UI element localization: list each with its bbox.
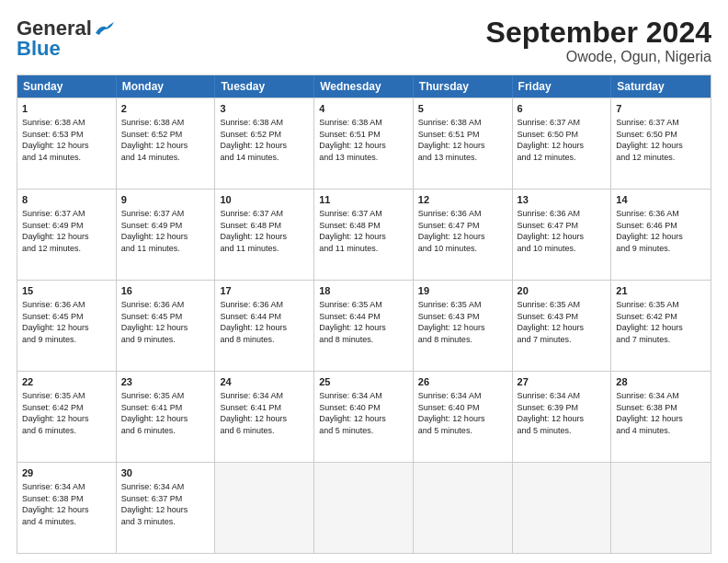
day-info: Sunrise: 6:35 AM Sunset: 6:41 PM Dayligh… xyxy=(121,390,210,436)
cal-cell-22: 22Sunrise: 6:35 AM Sunset: 6:42 PM Dayli… xyxy=(17,372,117,462)
empty-cell xyxy=(513,463,612,553)
calendar-week-4: 29Sunrise: 6:34 AM Sunset: 6:38 PM Dayli… xyxy=(17,462,711,553)
day-info: Sunrise: 6:34 AM Sunset: 6:38 PM Dayligh… xyxy=(22,481,111,527)
day-info: Sunrise: 6:37 AM Sunset: 6:48 PM Dayligh… xyxy=(220,208,309,254)
calendar-week-3: 22Sunrise: 6:35 AM Sunset: 6:42 PM Dayli… xyxy=(17,371,711,462)
day-info: Sunrise: 6:34 AM Sunset: 6:39 PM Dayligh… xyxy=(518,390,607,436)
day-number: 24 xyxy=(220,375,309,389)
cal-cell-14: 14Sunrise: 6:36 AM Sunset: 6:46 PM Dayli… xyxy=(611,190,711,280)
calendar-title: September 2024 xyxy=(486,17,711,49)
header-wednesday: Wednesday xyxy=(314,75,414,98)
day-number: 25 xyxy=(319,375,408,389)
day-number: 15 xyxy=(22,284,111,298)
cal-cell-27: 27Sunrise: 6:34 AM Sunset: 6:39 PM Dayli… xyxy=(513,372,612,462)
day-info: Sunrise: 6:36 AM Sunset: 6:45 PM Dayligh… xyxy=(121,299,210,345)
day-info: Sunrise: 6:37 AM Sunset: 6:48 PM Dayligh… xyxy=(319,208,408,254)
header-thursday: Thursday xyxy=(414,75,513,98)
day-info: Sunrise: 6:37 AM Sunset: 6:50 PM Dayligh… xyxy=(518,117,607,163)
day-number: 23 xyxy=(121,375,210,389)
header-sunday: Sunday xyxy=(17,75,117,98)
day-number: 29 xyxy=(22,466,111,480)
day-info: Sunrise: 6:37 AM Sunset: 6:50 PM Dayligh… xyxy=(616,117,706,163)
cal-cell-6: 6Sunrise: 6:37 AM Sunset: 6:50 PM Daylig… xyxy=(513,98,612,189)
cal-cell-17: 17Sunrise: 6:36 AM Sunset: 6:44 PM Dayli… xyxy=(215,281,314,371)
cal-cell-26: 26Sunrise: 6:34 AM Sunset: 6:40 PM Dayli… xyxy=(414,372,513,462)
cal-cell-12: 12Sunrise: 6:36 AM Sunset: 6:47 PM Dayli… xyxy=(414,190,513,280)
cal-cell-21: 21Sunrise: 6:35 AM Sunset: 6:42 PM Dayli… xyxy=(611,281,711,371)
calendar-week-0: 1Sunrise: 6:38 AM Sunset: 6:53 PM Daylig… xyxy=(17,98,711,189)
day-info: Sunrise: 6:35 AM Sunset: 6:42 PM Dayligh… xyxy=(616,299,706,345)
day-info: Sunrise: 6:38 AM Sunset: 6:52 PM Dayligh… xyxy=(121,117,210,163)
day-info: Sunrise: 6:38 AM Sunset: 6:53 PM Dayligh… xyxy=(22,117,111,163)
day-number: 16 xyxy=(121,284,210,298)
calendar-week-2: 15Sunrise: 6:36 AM Sunset: 6:45 PM Dayli… xyxy=(17,280,711,371)
day-info: Sunrise: 6:35 AM Sunset: 6:44 PM Dayligh… xyxy=(319,299,408,345)
cal-cell-8: 8Sunrise: 6:37 AM Sunset: 6:49 PM Daylig… xyxy=(17,190,117,280)
logo-bird-icon xyxy=(94,22,114,37)
cal-cell-5: 5Sunrise: 6:38 AM Sunset: 6:51 PM Daylig… xyxy=(414,98,513,189)
day-info: Sunrise: 6:36 AM Sunset: 6:47 PM Dayligh… xyxy=(518,208,607,254)
header: General Blue September 2024 Owode, Ogun,… xyxy=(17,17,711,65)
day-number: 30 xyxy=(121,466,210,480)
day-number: 17 xyxy=(220,284,309,298)
day-info: Sunrise: 6:38 AM Sunset: 6:51 PM Dayligh… xyxy=(319,117,408,163)
header-tuesday: Tuesday xyxy=(215,75,314,98)
day-info: Sunrise: 6:38 AM Sunset: 6:52 PM Dayligh… xyxy=(220,117,309,163)
cal-cell-9: 9Sunrise: 6:37 AM Sunset: 6:49 PM Daylig… xyxy=(117,190,216,280)
day-number: 11 xyxy=(319,193,408,207)
cal-cell-13: 13Sunrise: 6:36 AM Sunset: 6:47 PM Dayli… xyxy=(513,190,612,280)
empty-cell xyxy=(611,463,711,553)
day-info: Sunrise: 6:36 AM Sunset: 6:47 PM Dayligh… xyxy=(418,208,507,254)
day-number: 8 xyxy=(22,193,111,207)
calendar-week-1: 8Sunrise: 6:37 AM Sunset: 6:49 PM Daylig… xyxy=(17,189,711,280)
cal-cell-15: 15Sunrise: 6:36 AM Sunset: 6:45 PM Dayli… xyxy=(17,281,117,371)
cal-cell-2: 2Sunrise: 6:38 AM Sunset: 6:52 PM Daylig… xyxy=(117,98,216,189)
day-number: 5 xyxy=(418,102,507,116)
day-info: Sunrise: 6:34 AM Sunset: 6:37 PM Dayligh… xyxy=(121,481,210,527)
cal-cell-4: 4Sunrise: 6:38 AM Sunset: 6:51 PM Daylig… xyxy=(314,98,414,189)
header-monday: Monday xyxy=(117,75,216,98)
cal-cell-1: 1Sunrise: 6:38 AM Sunset: 6:53 PM Daylig… xyxy=(17,98,117,189)
day-info: Sunrise: 6:38 AM Sunset: 6:51 PM Dayligh… xyxy=(418,117,507,163)
header-friday: Friday xyxy=(513,75,612,98)
day-info: Sunrise: 6:35 AM Sunset: 6:43 PM Dayligh… xyxy=(518,299,607,345)
calendar-subtitle: Owode, Ogun, Nigeria xyxy=(486,49,711,65)
day-number: 1 xyxy=(22,102,111,116)
day-info: Sunrise: 6:34 AM Sunset: 6:40 PM Dayligh… xyxy=(319,390,408,436)
cal-cell-24: 24Sunrise: 6:34 AM Sunset: 6:41 PM Dayli… xyxy=(215,372,314,462)
cal-cell-3: 3Sunrise: 6:38 AM Sunset: 6:52 PM Daylig… xyxy=(215,98,314,189)
day-info: Sunrise: 6:37 AM Sunset: 6:49 PM Dayligh… xyxy=(121,208,210,254)
logo-blue: Blue xyxy=(17,37,61,61)
calendar-body: 1Sunrise: 6:38 AM Sunset: 6:53 PM Daylig… xyxy=(17,98,711,553)
day-number: 3 xyxy=(220,102,309,116)
day-info: Sunrise: 6:34 AM Sunset: 6:38 PM Dayligh… xyxy=(616,390,706,436)
cal-cell-30: 30Sunrise: 6:34 AM Sunset: 6:37 PM Dayli… xyxy=(117,463,216,553)
day-number: 27 xyxy=(518,375,607,389)
day-number: 13 xyxy=(518,193,607,207)
header-saturday: Saturday xyxy=(611,75,711,98)
day-number: 14 xyxy=(616,193,706,207)
day-info: Sunrise: 6:36 AM Sunset: 6:45 PM Dayligh… xyxy=(22,299,111,345)
day-number: 20 xyxy=(518,284,607,298)
day-info: Sunrise: 6:35 AM Sunset: 6:42 PM Dayligh… xyxy=(22,390,111,436)
day-info: Sunrise: 6:36 AM Sunset: 6:46 PM Dayligh… xyxy=(616,208,706,254)
cal-cell-28: 28Sunrise: 6:34 AM Sunset: 6:38 PM Dayli… xyxy=(611,372,711,462)
page: General Blue September 2024 Owode, Ogun,… xyxy=(0,0,728,563)
day-info: Sunrise: 6:36 AM Sunset: 6:44 PM Dayligh… xyxy=(220,299,309,345)
day-number: 22 xyxy=(22,375,111,389)
logo: General Blue xyxy=(17,17,114,61)
day-number: 9 xyxy=(121,193,210,207)
cal-cell-16: 16Sunrise: 6:36 AM Sunset: 6:45 PM Dayli… xyxy=(117,281,216,371)
day-number: 2 xyxy=(121,102,210,116)
day-number: 10 xyxy=(220,193,309,207)
day-info: Sunrise: 6:34 AM Sunset: 6:40 PM Dayligh… xyxy=(418,390,507,436)
day-number: 4 xyxy=(319,102,408,116)
day-number: 21 xyxy=(616,284,706,298)
cal-cell-18: 18Sunrise: 6:35 AM Sunset: 6:44 PM Dayli… xyxy=(314,281,414,371)
cal-cell-25: 25Sunrise: 6:34 AM Sunset: 6:40 PM Dayli… xyxy=(314,372,414,462)
day-info: Sunrise: 6:35 AM Sunset: 6:43 PM Dayligh… xyxy=(418,299,507,345)
calendar-header: Sunday Monday Tuesday Wednesday Thursday… xyxy=(17,75,711,98)
day-number: 26 xyxy=(418,375,507,389)
day-info: Sunrise: 6:37 AM Sunset: 6:49 PM Dayligh… xyxy=(22,208,111,254)
empty-cell xyxy=(215,463,314,553)
